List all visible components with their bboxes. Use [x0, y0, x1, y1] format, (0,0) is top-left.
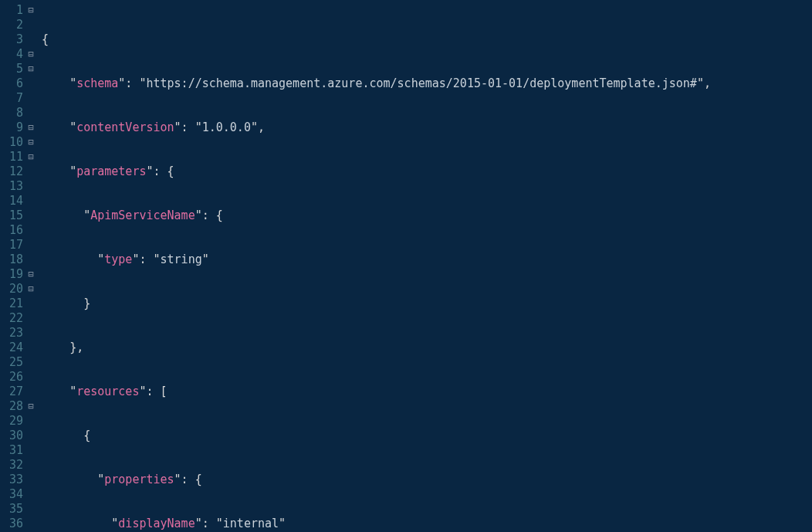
- line-number: 27: [3, 385, 23, 399]
- line-number: 35: [3, 502, 23, 517]
- line-number: 25: [3, 355, 23, 370]
- line-number: 32: [3, 458, 23, 473]
- line-number: 34: [3, 487, 23, 502]
- fold-marker[interactable]: ⊟: [25, 150, 37, 164]
- fold-gutter[interactable]: ⊟⊟⊟⊟⊟⊟⊟⊟⊟: [23, 0, 39, 532]
- fold-marker[interactable]: ⊟: [25, 62, 37, 76]
- fold-marker[interactable]: ⊟: [25, 120, 37, 135]
- line-number: 15: [3, 208, 23, 223]
- fold-marker: [25, 355, 37, 370]
- fold-marker: [25, 487, 37, 502]
- line-number: 3: [3, 32, 23, 47]
- line-number: 33: [3, 473, 23, 487]
- fold-marker: [25, 238, 37, 252]
- fold-marker: [25, 223, 37, 238]
- json-string: 1.0.0.0: [202, 120, 251, 134]
- fold-marker: [25, 458, 37, 473]
- line-number: 13: [3, 179, 23, 194]
- fold-marker: [25, 443, 37, 458]
- fold-marker: [25, 76, 37, 91]
- json-string: string: [161, 252, 202, 266]
- line-number: 7: [3, 91, 23, 106]
- fold-marker: [25, 502, 37, 517]
- json-key: type: [104, 252, 132, 266]
- fold-marker: [25, 164, 37, 179]
- json-string: internal: [223, 517, 279, 530]
- line-number: 5: [3, 62, 23, 76]
- fold-marker[interactable]: ⊟: [25, 399, 37, 414]
- fold-marker: [25, 385, 37, 399]
- line-number: 29: [3, 414, 23, 429]
- json-key: displayName: [118, 517, 195, 530]
- line-number: 8: [3, 106, 23, 120]
- line-number: 22: [3, 311, 23, 326]
- line-number: 19: [3, 267, 23, 282]
- line-number: 6: [3, 76, 23, 91]
- line-number: 2: [3, 18, 23, 32]
- fold-marker: [25, 91, 37, 106]
- fold-marker: [25, 179, 37, 194]
- fold-marker: [25, 370, 37, 385]
- fold-marker: [25, 194, 37, 208]
- fold-marker: [25, 18, 37, 32]
- fold-marker: [25, 326, 37, 341]
- line-number: 10: [3, 135, 23, 150]
- line-number: 1: [3, 3, 23, 18]
- line-number: 4: [3, 47, 23, 62]
- line-number: 28: [3, 399, 23, 414]
- json-key: contentVersion: [76, 120, 174, 134]
- fold-marker: [25, 252, 37, 267]
- line-number: 23: [3, 326, 23, 341]
- line-number: 26: [3, 370, 23, 385]
- line-number: 30: [3, 429, 23, 443]
- line-number: 17: [3, 238, 23, 252]
- line-number-gutter: 1234567891011121314151617181920212223242…: [3, 0, 23, 532]
- fold-marker: [25, 311, 37, 326]
- code-area[interactable]: { "schema": "https://schema.management.a…: [39, 0, 812, 532]
- line-number: 20: [3, 282, 23, 296]
- fold-marker[interactable]: ⊟: [25, 282, 37, 296]
- json-key: parameters: [76, 164, 146, 178]
- line-number: 9: [3, 120, 23, 135]
- fold-marker[interactable]: ⊟: [25, 47, 37, 62]
- fold-marker: [25, 296, 37, 311]
- line-number: 18: [3, 252, 23, 267]
- line-number: 24: [3, 341, 23, 355]
- line-number: 11: [3, 150, 23, 164]
- line-number: 21: [3, 296, 23, 311]
- fold-marker: [25, 341, 37, 355]
- json-key: ApimServiceName: [90, 208, 195, 222]
- json-key: schema: [76, 76, 118, 90]
- line-number: 31: [3, 443, 23, 458]
- fold-marker[interactable]: ⊟: [25, 135, 37, 150]
- fold-marker: [25, 32, 37, 47]
- fold-marker[interactable]: ⊟: [25, 267, 37, 282]
- line-number: 12: [3, 164, 23, 179]
- fold-marker: [25, 429, 37, 443]
- json-key: properties: [104, 473, 174, 486]
- fold-marker: [25, 208, 37, 223]
- fold-marker: [25, 473, 37, 487]
- line-number: 36: [3, 517, 23, 531]
- fold-marker[interactable]: ⊟: [25, 3, 37, 18]
- json-string: https://schema.management.azure.com/sche…: [146, 76, 696, 90]
- fold-marker: [25, 517, 37, 531]
- line-number: 16: [3, 223, 23, 238]
- code-editor[interactable]: 1234567891011121314151617181920212223242…: [0, 0, 812, 532]
- line-number: 14: [3, 194, 23, 208]
- json-key: resources: [76, 385, 139, 398]
- fold-marker: [25, 414, 37, 429]
- fold-marker: [25, 106, 37, 120]
